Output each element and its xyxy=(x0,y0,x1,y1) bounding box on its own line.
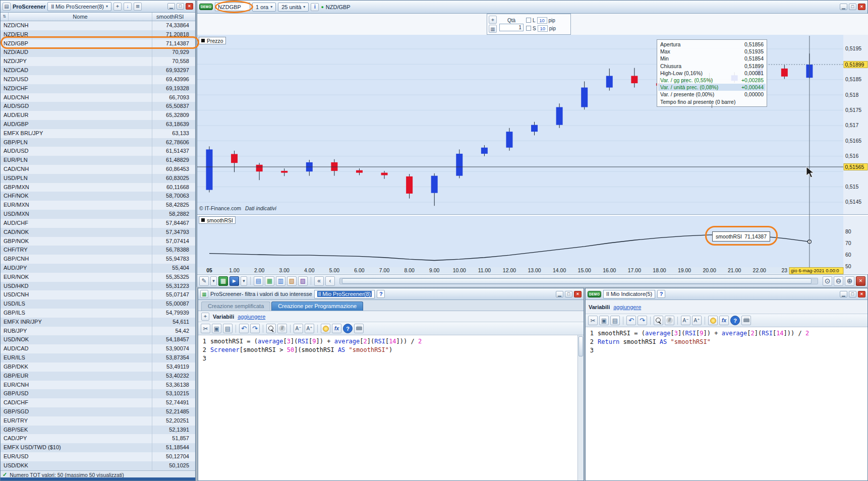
add-variable-link[interactable]: aggiungere xyxy=(238,314,265,320)
chart-h-scrollbar[interactable] xyxy=(339,278,818,284)
screener-row[interactable]: NZD/EUR71,20818 xyxy=(1,30,195,39)
screener-row[interactable]: NZD/CHF69,19328 xyxy=(1,84,195,93)
export-icon[interactable] xyxy=(124,3,132,11)
print-icon[interactable] xyxy=(354,324,364,333)
minimize-button[interactable] xyxy=(840,4,847,10)
short-checkbox[interactable] xyxy=(526,26,531,31)
copy-icon[interactable] xyxy=(212,324,221,333)
screener-row[interactable]: AUD/SGD65,50837 xyxy=(1,102,195,111)
symbol-input[interactable]: NZDGBP xyxy=(215,3,250,11)
screener-row[interactable]: NZD/JPY70,558 xyxy=(1,57,195,66)
screener-row[interactable]: GBP/SEK52,1391 xyxy=(1,426,195,435)
screener-row[interactable]: CHF/NOK58,70063 xyxy=(1,192,195,201)
screener-row[interactable]: EUR/TRY52,20251 xyxy=(1,416,195,426)
order-settings-icon[interactable] xyxy=(489,16,497,24)
screener-row[interactable]: NZD/AUD70,929 xyxy=(1,48,195,57)
close-button[interactable] xyxy=(858,291,865,297)
zoom-out-icon[interactable] xyxy=(834,276,843,286)
maximize-button[interactable] xyxy=(177,3,184,10)
screener-row[interactable]: EUR/PLN61,48829 xyxy=(1,156,195,165)
screener-row[interactable]: EUR/CNH53,36138 xyxy=(1,381,195,390)
undo-icon[interactable] xyxy=(239,324,249,333)
maximize-button[interactable] xyxy=(565,291,572,297)
font-increase-icon[interactable] xyxy=(692,316,702,325)
screener-row[interactable]: EUR/NOK55,35325 xyxy=(1,273,195,282)
undo-icon[interactable] xyxy=(626,316,636,325)
paste-icon[interactable] xyxy=(223,324,233,333)
screener-row[interactable]: EUR/ILS53,87354 xyxy=(1,353,195,363)
screener-row[interactable]: EMFX INR/JPY54,611 xyxy=(1,318,195,327)
long-checkbox[interactable] xyxy=(526,18,531,23)
tab-creazione-semplificata[interactable]: Creazione semplificata xyxy=(201,302,270,311)
close-button[interactable] xyxy=(574,291,582,297)
screener-row[interactable]: AUD/JPY55,404 xyxy=(1,264,195,273)
screener-row[interactable]: USD/MXN58,2882 xyxy=(1,210,195,219)
close-button[interactable] xyxy=(858,4,865,10)
screener-row[interactable]: USD/CNH55,07147 xyxy=(1,290,195,299)
screener-row[interactable]: AUD/GBP63,18639 xyxy=(1,120,195,129)
screener-settings-icon[interactable] xyxy=(113,3,122,11)
font-decrease-icon[interactable] xyxy=(294,324,303,333)
screener-row[interactable]: AUD/CNH66,7093 xyxy=(1,93,195,102)
share-blue-icon[interactable] xyxy=(229,276,239,286)
calculator-icon[interactable] xyxy=(489,25,497,33)
screener-row[interactable]: GBP/USD53,10215 xyxy=(1,389,195,398)
screener-row[interactable]: CAD/CNH60,86453 xyxy=(1,165,195,174)
help-icon[interactable]: ? xyxy=(657,290,665,298)
screener-row[interactable]: USD/NOK54,18457 xyxy=(1,335,195,344)
long-pips-input[interactable]: 10 xyxy=(537,17,547,24)
grid-icon[interactable] xyxy=(265,276,274,286)
chart2-icon[interactable] xyxy=(298,276,308,286)
help-icon[interactable]: ? xyxy=(377,290,385,298)
font-decrease-icon[interactable] xyxy=(681,316,690,325)
variables-settings-icon[interactable] xyxy=(201,313,209,321)
list-icon[interactable] xyxy=(254,276,263,286)
dropdown-icon[interactable] xyxy=(241,276,247,286)
screener-row[interactable]: USD/HKD55,31223 xyxy=(1,282,195,291)
cut-icon[interactable] xyxy=(588,316,598,325)
scrollbar-thumb[interactable] xyxy=(578,336,583,356)
help-circ-icon[interactable] xyxy=(343,324,353,333)
units-dropdown[interactable]: 25 unità ▾ xyxy=(278,3,309,12)
menu-icon[interactable] xyxy=(134,3,142,11)
maximize-button[interactable] xyxy=(849,4,856,10)
screener-code-editor[interactable]: 1smoothRSI = (average[3](RSI[9]) + avera… xyxy=(198,335,584,480)
screener-row[interactable]: GBP/EUR53,40232 xyxy=(1,372,195,381)
comment-icon[interactable] xyxy=(277,324,287,333)
chart-green-icon[interactable] xyxy=(218,276,228,286)
hint-icon[interactable] xyxy=(321,324,330,333)
minimize-button[interactable] xyxy=(556,291,563,297)
info-icon[interactable]: i xyxy=(311,3,319,11)
screener-row[interactable]: CAD/JPY51,857 xyxy=(1,434,195,443)
step-back-icon[interactable] xyxy=(325,276,335,286)
indicator-code-editor[interactable]: 1smoothRSI = (average[3](RSI[9]) + avera… xyxy=(586,327,867,480)
screener-row[interactable]: GBP/DKK53,49119 xyxy=(1,363,195,372)
function-icon[interactable] xyxy=(332,324,341,333)
screener-row[interactable]: GBP/NOK57,07414 xyxy=(1,237,195,246)
code-v-scrollbar[interactable] xyxy=(577,335,584,480)
timeframe-dropdown[interactable]: 1 ora ▾ xyxy=(252,3,276,12)
screener-row[interactable]: GBP/ILS54,79939 xyxy=(1,309,195,318)
paste-icon[interactable] xyxy=(610,316,620,325)
help-circ-icon[interactable] xyxy=(730,316,740,325)
columns-icon[interactable] xyxy=(276,276,285,286)
screener-row[interactable]: NZD/CAD69,93297 xyxy=(1,66,195,75)
code-line[interactable]: 2Return smoothRSI AS "smoothRSI" xyxy=(586,338,867,346)
redo-icon[interactable] xyxy=(250,324,260,333)
screener-row[interactable]: AUD/CAD53,90074 xyxy=(1,344,195,353)
zoom-in-icon[interactable] xyxy=(845,276,854,286)
screener-row[interactable]: GBP/CNH55,94783 xyxy=(1,255,195,264)
column-header-smoothrsi[interactable]: smoothRSI xyxy=(152,14,195,20)
zoom-fit-icon[interactable] xyxy=(823,276,832,286)
redo-icon[interactable] xyxy=(638,316,647,325)
screener-row[interactable]: USD/PLN60,83025 xyxy=(1,174,195,183)
screener-row[interactable]: GBP/SGD52,21485 xyxy=(1,407,195,416)
snapshot-icon[interactable] xyxy=(856,276,865,286)
screener-row[interactable]: CAD/CHF52,74491 xyxy=(1,398,195,407)
cut-icon[interactable] xyxy=(201,324,210,333)
screener-row[interactable]: GBP/MXN60,11668 xyxy=(1,183,195,192)
qty-input[interactable]: 1 xyxy=(499,24,524,31)
minimize-button[interactable] xyxy=(167,3,175,10)
screener-row[interactable]: NZD/USD69,43996 xyxy=(1,75,195,84)
screener-row[interactable]: EUR/USD50,12704 xyxy=(1,452,195,461)
